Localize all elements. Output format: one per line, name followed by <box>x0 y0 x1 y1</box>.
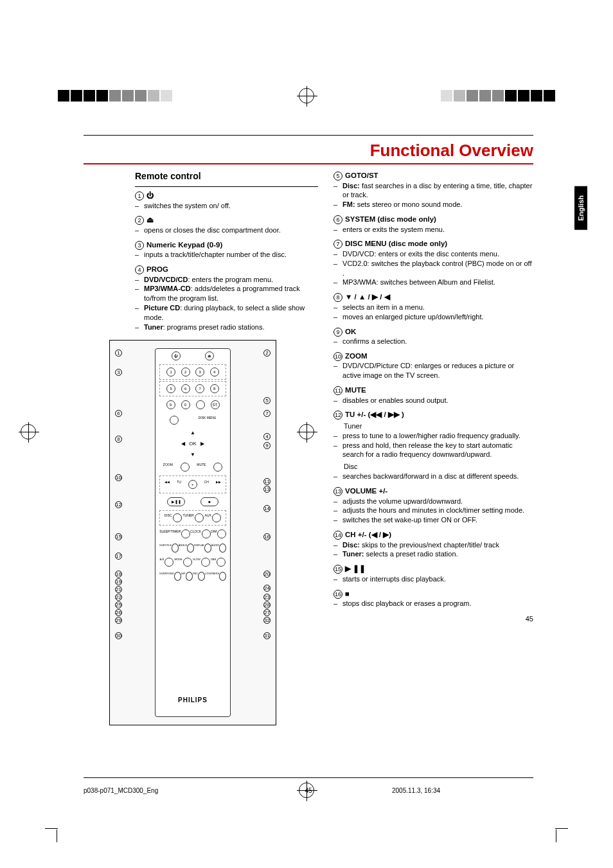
item-7: 7DISC MENU (disc mode only) –DVD/VCD: en… <box>333 239 533 287</box>
item-10: 10ZOOM –DVD/VCD/Picture CD: enlarges or … <box>333 351 533 380</box>
item-9: 9OK –confirms a selection. <box>333 327 533 346</box>
page-number: 45 <box>333 615 533 623</box>
remote-control-diagram: ⏻⏏ 1234 5678 90ST DISK MENU ▲ ◀ OK ▶ ▼ Z… <box>109 340 276 725</box>
item-15: 15▶ ❚❚ –starts or interrupts disc playba… <box>333 564 533 583</box>
item-16: 16■ –stops disc playback or erases a pro… <box>333 589 533 608</box>
crop-mark-br <box>542 817 568 842</box>
item-13: 13VOLUME +/- –adjusts the volume upward/… <box>333 486 533 525</box>
page-title: Functional Overview <box>84 141 533 161</box>
footer-file: p038-p071_MCD300_Eng <box>84 787 263 794</box>
item-12: 12TU +/- (◀◀ / ▶▶ ) Tuner –press to tune… <box>333 410 533 481</box>
remote-control-heading: Remote control <box>135 171 318 181</box>
registration-squares-left <box>58 90 172 102</box>
philips-logo: PHILIPS <box>155 696 230 704</box>
item-14: 14CH +/- (◀ / ▶) –Disc: skips to the pre… <box>333 530 533 559</box>
footer-rule <box>84 777 533 778</box>
item-8: 8▼ / ▲ / ▶ / ◀ –selects an item in a men… <box>333 292 533 321</box>
item-6: 6SYSTEM (disc mode only) –enters or exit… <box>333 215 533 234</box>
registration-target-bottom-icon <box>299 783 314 798</box>
item-5: 5GOTO/ST –Disc: fast searches in a disc … <box>333 171 533 209</box>
page-content: Functional Overview Remote control 1⏻ –s… <box>84 135 533 725</box>
item-4: 4PROG –DVD/VCD/CD: enters the program me… <box>135 265 318 332</box>
item-2: 2⏏ –opens or closes the disc compartment… <box>135 215 318 235</box>
item-3: 3Numeric Keypad (0-9) –inputs a track/ti… <box>135 240 318 260</box>
registration-squares-right <box>441 90 555 102</box>
footer-date: 2005.11.3, 16:34 <box>353 787 533 794</box>
item-11: 11MUTE –disables or enables sound output… <box>333 385 533 405</box>
print-marks-top <box>0 90 613 109</box>
crop-mark-bl <box>45 817 71 842</box>
registration-target-icon <box>299 88 314 103</box>
language-tab: English <box>574 186 587 230</box>
item-1: 1⏻ –switches the system on/ off. <box>135 191 318 210</box>
registration-target-left-icon <box>21 424 36 439</box>
